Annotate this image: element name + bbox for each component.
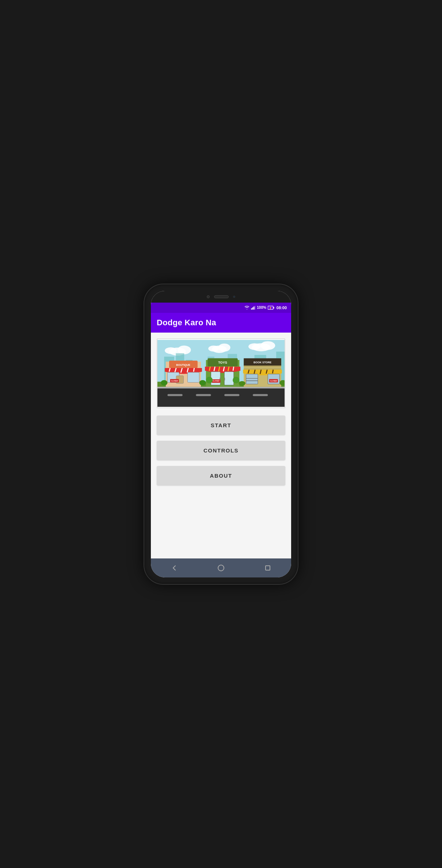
svg-rect-26 [157,387,285,407]
svg-point-10 [178,345,191,354]
svg-point-63 [206,376,213,383]
svg-point-16 [260,341,275,350]
svg-point-83 [218,565,224,571]
svg-text:CLOSED: CLOSED [213,380,220,382]
svg-rect-27 [167,394,182,396]
svg-rect-0 [251,308,252,309]
svg-text:CLOSED: CLOSED [171,380,178,382]
svg-rect-68 [244,365,281,367]
svg-line-56 [233,367,234,371]
home-button[interactable] [214,561,228,575]
svg-rect-28 [196,394,211,396]
svg-rect-84 [266,566,270,570]
phone-screen: 100% ⚡ 08:00 Dodge Karo Na [151,291,291,577]
battery-icon: ⚡ [268,306,274,310]
app-bar: Dodge Karo Na [151,313,291,333]
speaker-icon [214,295,229,298]
svg-line-40 [194,368,194,371]
svg-point-14 [208,345,219,351]
recents-button[interactable] [260,561,275,575]
svg-rect-69 [244,368,281,369]
svg-rect-3 [255,306,255,310]
time-display: 08:00 [277,306,287,310]
svg-rect-42 [187,372,199,382]
svg-rect-1 [252,307,254,310]
svg-text:BOOK STORE: BOOK STORE [254,361,271,364]
svg-point-81 [239,381,245,386]
svg-point-46 [161,380,167,385]
svg-rect-60 [224,378,225,380]
status-bar: 100% ⚡ 08:00 [151,303,291,313]
battery-percent: 100% [257,306,266,310]
svg-rect-29 [224,394,239,396]
nav-bar [151,558,291,577]
app-title: Dodge Karo Na [157,318,285,327]
phone-frame: 100% ⚡ 08:00 Dodge Karo Na [144,284,298,584]
svg-point-13 [218,344,230,352]
svg-rect-2 [254,306,255,309]
scene-illustration: BOUTIQUE CLOSED [157,339,285,408]
svg-text:CLOSED: CLOSED [270,380,277,382]
hardware-top [151,291,291,303]
about-button[interactable]: ABOUT [157,466,285,485]
start-button[interactable]: START [157,416,285,435]
svg-point-17 [248,343,260,350]
svg-rect-5 [273,307,274,308]
illustration-container: BOUTIQUE CLOSED [157,338,285,408]
controls-button[interactable]: CONTROLS [157,441,285,460]
svg-point-64 [233,376,239,383]
svg-text:TOYS: TOYS [218,361,227,364]
status-icons: 100% ⚡ 08:00 [244,306,287,310]
main-content: BOUTIQUE CLOSED [151,333,291,558]
wifi-icon [244,306,249,310]
svg-point-11 [165,347,177,354]
back-button[interactable] [167,561,182,575]
svg-rect-30 [253,394,268,396]
signal-icon [251,306,255,310]
svg-rect-58 [224,371,234,385]
svg-point-47 [199,380,206,385]
svg-line-74 [273,369,273,373]
svg-rect-75 [246,374,258,384]
svg-rect-57 [211,371,221,385]
svg-text:BOUTIQUE: BOUTIQUE [176,363,190,366]
svg-text:⚡: ⚡ [269,306,272,310]
camera-icon [207,295,210,298]
sensor-icon [233,296,235,298]
